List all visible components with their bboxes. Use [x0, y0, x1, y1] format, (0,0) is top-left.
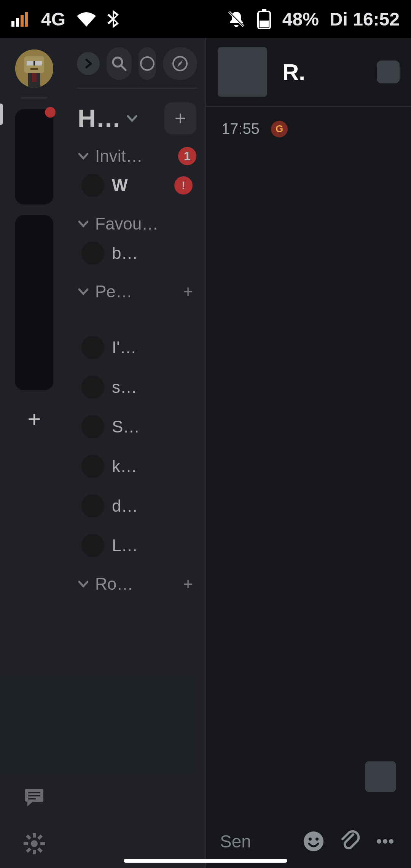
svg-rect-18: [28, 792, 40, 793]
chevron-down-icon: [78, 578, 89, 590]
svg-rect-12: [27, 61, 33, 65]
recents-button[interactable]: [139, 47, 156, 80]
section-label: Favou…: [95, 214, 196, 233]
svg-rect-3: [25, 12, 28, 27]
room-avatar: [81, 534, 104, 557]
section-rooms-header[interactable]: Ro… +: [78, 574, 196, 594]
people-item[interactable]: I'…: [78, 328, 196, 367]
section-label: Invit…: [95, 147, 172, 166]
svg-point-33: [141, 57, 154, 70]
chat-pane: R. 17:55 G Sen: [206, 38, 411, 868]
svg-marker-21: [27, 802, 33, 806]
svg-rect-16: [32, 73, 37, 82]
mute-icon: [227, 10, 246, 29]
room-name: b…: [112, 244, 193, 263]
search-button[interactable]: [107, 47, 132, 80]
messages-icon[interactable]: [23, 785, 46, 809]
settings-icon[interactable]: [23, 832, 46, 857]
svg-rect-29: [37, 834, 43, 840]
bluetooth-icon: [107, 10, 119, 28]
invites-badge: 1: [178, 147, 196, 165]
svg-point-37: [309, 838, 312, 841]
android-status-bar: 4G 48% Di 16:52: [0, 0, 411, 38]
chevron-down-icon: [126, 113, 138, 124]
svg-point-36: [304, 831, 323, 851]
add-room-button[interactable]: +: [164, 102, 196, 134]
section-invites: Invit… 1 W !: [68, 137, 206, 205]
room-avatar: [81, 242, 104, 265]
room-avatar: [81, 376, 104, 399]
alert-badge: !: [174, 176, 193, 195]
status-time: Di 16:52: [330, 9, 400, 30]
chat-timeline[interactable]: 17:55 G: [206, 107, 411, 815]
user-avatar[interactable]: [15, 49, 53, 88]
svg-point-22: [31, 840, 38, 847]
rail-active-indicator: [0, 104, 3, 125]
svg-point-40: [383, 839, 387, 844]
explore-button[interactable]: [163, 47, 197, 80]
app-root: +: [0, 38, 411, 868]
battery-icon: [256, 9, 272, 29]
rail-bottom: [0, 785, 68, 857]
svg-point-41: [389, 839, 393, 844]
wifi-icon: [76, 11, 97, 27]
svg-rect-0: [11, 21, 14, 27]
svg-marker-35: [177, 60, 183, 67]
chevron-down-icon: [78, 286, 89, 297]
space-tile-2[interactable]: [15, 215, 53, 390]
section-label: Pe…: [95, 282, 174, 301]
section-people: Pe… + I'… s… S… k… d… L…: [68, 273, 206, 565]
rail-divider: [21, 97, 47, 99]
favourite-item[interactable]: b…: [78, 233, 196, 273]
chevron-down-icon: [78, 218, 89, 230]
section-invites-header[interactable]: Invit… 1: [78, 147, 196, 166]
message-sender-badge: G: [271, 121, 288, 137]
room-name: L…: [112, 536, 193, 555]
people-item[interactable]: L…: [78, 526, 196, 565]
chat-header[interactable]: R.: [206, 38, 411, 107]
emoji-icon[interactable]: [301, 829, 326, 854]
room-name: d…: [112, 496, 193, 515]
svg-rect-30: [26, 847, 31, 853]
people-item[interactable]: s…: [78, 367, 196, 407]
add-person-button[interactable]: +: [180, 283, 196, 300]
space-name-text: H…: [78, 104, 121, 133]
space-rail: +: [0, 38, 68, 868]
svg-rect-2: [21, 15, 24, 27]
toolbar: [68, 47, 206, 80]
add-space-button[interactable]: +: [21, 405, 48, 432]
room-avatar: [81, 174, 104, 197]
room-name: S…: [112, 417, 193, 436]
space-header[interactable]: H… +: [68, 89, 206, 137]
more-icon[interactable]: [373, 829, 397, 854]
space-tile-1-notif: [45, 107, 56, 118]
room-avatar: [81, 495, 104, 517]
battery-percent: 48%: [282, 9, 319, 30]
chevron-down-icon: [78, 150, 89, 162]
composer-input[interactable]: Sen: [220, 831, 290, 852]
room-avatar: [81, 455, 104, 478]
add-room-button[interactable]: +: [180, 576, 196, 592]
section-rooms: Ro… +: [68, 565, 206, 594]
invite-item[interactable]: W !: [78, 166, 196, 205]
people-item[interactable]: k…: [78, 447, 196, 486]
room-name: I'…: [112, 338, 193, 357]
chat-avatar: [218, 47, 267, 97]
section-people-header[interactable]: Pe… +: [78, 282, 196, 301]
svg-rect-1: [16, 18, 19, 27]
svg-point-39: [377, 839, 381, 844]
left-drawer: +: [0, 38, 206, 868]
people-item[interactable]: d…: [78, 486, 196, 526]
scroll-to-bottom-button[interactable]: [365, 761, 396, 792]
space-tile-1[interactable]: [15, 109, 53, 204]
collapse-button[interactable]: [77, 52, 100, 75]
room-name: s…: [112, 378, 193, 397]
section-favourites-header[interactable]: Favou…: [78, 214, 196, 233]
chat-header-action[interactable]: [377, 61, 400, 83]
android-home-indicator[interactable]: [124, 859, 287, 863]
svg-rect-27: [26, 834, 31, 840]
people-item[interactable]: S…: [78, 407, 196, 447]
room-list: H… + Invit… 1 W !: [68, 38, 206, 868]
attach-icon[interactable]: [337, 829, 362, 854]
section-favourites: Favou… b…: [68, 205, 206, 273]
